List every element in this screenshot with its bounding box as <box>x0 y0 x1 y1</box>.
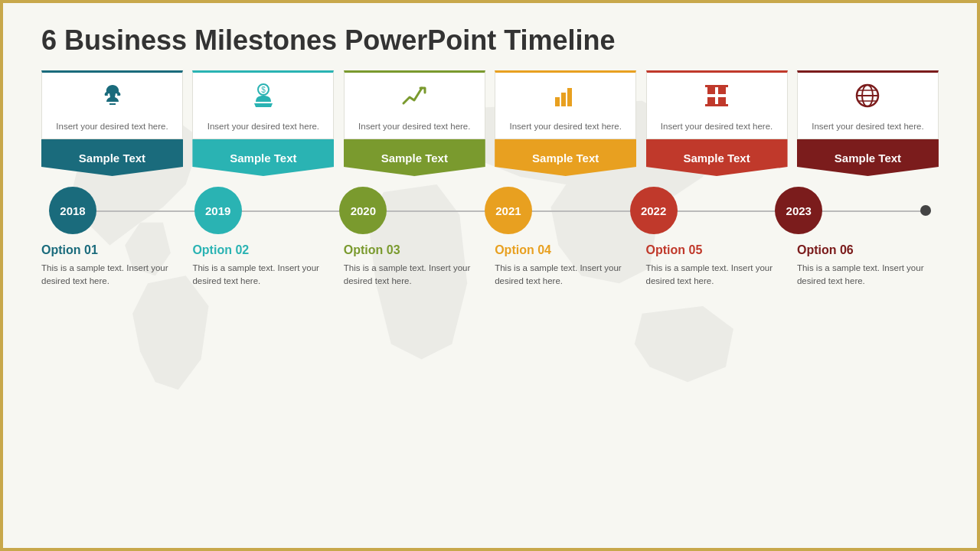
year-circle-6: 2023 <box>775 187 822 234</box>
insert-text-1: Insert your desired text here. <box>50 120 174 132</box>
year-circle-4: 2021 <box>485 187 532 234</box>
insert-text-5: Insert your desired text here. <box>655 120 779 132</box>
slide-title: 6 Business Milestones PowerPoint Timelin… <box>41 24 939 57</box>
option-col-1: Option 01 This is a sample text. Insert … <box>41 243 183 289</box>
option-col-4: Option 04 This is a sample text. Insert … <box>495 243 636 289</box>
option-title-3: Option 03 <box>344 243 485 257</box>
svg-rect-10 <box>705 104 728 106</box>
insert-text-2: Insert your desired text here. <box>201 120 325 132</box>
svg-rect-5 <box>707 86 715 94</box>
label-banner-2: Sample Text <box>192 139 334 176</box>
year-circle-2: 2019 <box>194 187 242 234</box>
upper-section: Insert your desired text here. Sample Te… <box>41 70 939 176</box>
options-section: Option 01 This is a sample text. Insert … <box>41 243 939 289</box>
insert-text-4: Insert your desired text here. <box>503 120 627 132</box>
icon-6 <box>852 80 883 117</box>
insert-text-6: Insert your desired text here. <box>805 120 929 132</box>
option-body-6: This is a sample text. Insert your desir… <box>797 262 939 289</box>
milestone-col-1: Insert your desired text here. Sample Te… <box>41 70 183 176</box>
milestone-col-4: Insert your desired text here. Sample Te… <box>495 70 636 176</box>
option-body-3: This is a sample text. Insert your desir… <box>344 262 485 289</box>
timeline-end-dot <box>920 205 931 216</box>
option-title-4: Option 04 <box>495 243 636 257</box>
svg-rect-9 <box>705 85 728 87</box>
option-col-2: Option 02 This is a sample text. Insert … <box>192 243 334 289</box>
icon-area-6: Insert your desired text here. <box>797 70 939 139</box>
year-circles: 201820192020202120222023 <box>49 187 931 234</box>
milestone-col-3: Insert your desired text here. Sample Te… <box>344 70 485 176</box>
option-body-2: This is a sample text. Insert your desir… <box>192 262 334 289</box>
icon-area-3: Insert your desired text here. <box>344 70 485 139</box>
svg-rect-2 <box>555 97 560 106</box>
year-circle-3: 2020 <box>339 187 387 234</box>
option-title-1: Option 01 <box>41 243 183 257</box>
option-body-4: This is a sample text. Insert your desir… <box>495 262 636 289</box>
svg-rect-6 <box>718 86 726 94</box>
milestone-col-6: Insert your desired text here. Sample Te… <box>797 70 939 176</box>
icon-4 <box>550 80 581 117</box>
option-body-1: This is a sample text. Insert your desir… <box>41 262 183 289</box>
insert-text-3: Insert your desired text here. <box>352 120 476 132</box>
label-banner-4: Sample Text <box>495 139 636 176</box>
label-banner-1: Sample Text <box>41 139 183 176</box>
svg-text:$: $ <box>261 86 266 94</box>
year-circle-5: 2022 <box>630 187 678 234</box>
timeline-section: 201820192020202120222023 <box>41 184 939 237</box>
icon-area-5: Insert your desired text here. <box>646 70 788 139</box>
option-body-5: This is a sample text. Insert your desir… <box>646 262 788 289</box>
option-col-6: Option 06 This is a sample text. Insert … <box>797 243 939 289</box>
label-banner-6: Sample Text <box>797 139 939 176</box>
svg-rect-8 <box>718 97 726 105</box>
label-banner-3: Sample Text <box>344 139 485 176</box>
option-title-6: Option 06 <box>797 243 939 257</box>
svg-rect-7 <box>707 97 715 105</box>
icon-1 <box>97 80 128 117</box>
milestone-col-2: $ Insert your desired text here. Sample … <box>192 70 334 176</box>
icon-3 <box>399 80 430 117</box>
option-col-3: Option 03 This is a sample text. Insert … <box>344 243 485 289</box>
icon-5 <box>701 80 732 117</box>
icon-area-4: Insert your desired text here. <box>495 70 636 139</box>
icon-area-1: Insert your desired text here. <box>41 70 183 139</box>
option-title-2: Option 02 <box>192 243 334 257</box>
label-banner-5: Sample Text <box>646 139 788 176</box>
option-col-5: Option 05 This is a sample text. Insert … <box>646 243 788 289</box>
option-title-5: Option 05 <box>646 243 788 257</box>
milestone-col-5: Insert your desired text here. Sample Te… <box>646 70 788 176</box>
svg-rect-4 <box>567 88 572 106</box>
icon-2: $ <box>248 80 279 117</box>
svg-rect-3 <box>561 93 566 106</box>
year-circle-1: 2018 <box>49 187 96 234</box>
slide: 6 Business Milestones PowerPoint Timelin… <box>3 3 977 548</box>
icon-area-2: $ Insert your desired text here. <box>192 70 334 139</box>
